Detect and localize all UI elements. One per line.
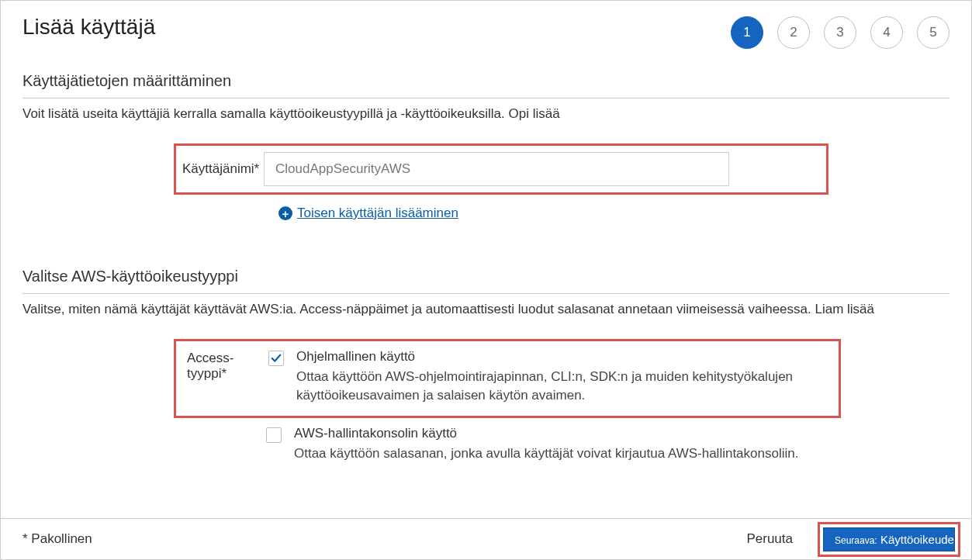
wizard-steps: 1 2 3 4 5 xyxy=(731,15,950,49)
section-user-details-desc: Voit lisätä useita käyttäjiä kerralla sa… xyxy=(22,106,950,122)
option-console-desc: Ottaa käyttöön salasanan, jonka avulla k… xyxy=(294,444,830,463)
add-another-user-link[interactable]: + Toisen käyttäjän lisääminen xyxy=(278,206,950,221)
step-4[interactable]: 4 xyxy=(870,16,903,49)
add-user-wizard: Lisää käyttäjä 1 2 3 4 5 Käyttäjätietoje… xyxy=(0,0,972,560)
checkbox-console[interactable] xyxy=(266,427,282,443)
required-note: * Pakollinen xyxy=(22,531,92,547)
next-button-highlight: Seuraava: Käyttöoikeudet xyxy=(818,522,960,557)
section-access-type-title: Valitse AWS-käyttöoikeustyyppi xyxy=(22,268,950,285)
option-programmatic-title: Ohjelmallinen käyttö xyxy=(296,349,828,365)
section-access-type-desc: Valitse, miten nämä käyttäjät käyttävät … xyxy=(22,302,950,317)
option-programmatic-desc: Ottaa käyttöön AWS-ohjelmointirajapinnan… xyxy=(296,368,828,405)
step-2[interactable]: 2 xyxy=(777,16,810,49)
plus-icon: + xyxy=(278,206,292,220)
username-input[interactable] xyxy=(264,152,729,186)
add-another-user-label: Toisen käyttäjän lisääminen xyxy=(297,206,458,221)
cancel-button[interactable]: Peruuta xyxy=(746,531,793,547)
next-permissions-button[interactable]: Seuraava: Käyttöoikeudet xyxy=(823,527,955,551)
option-console-row: AWS-hallintakonsolin käyttö Ottaa käyttö… xyxy=(174,418,841,474)
option-console-title: AWS-hallintakonsolin käyttö xyxy=(294,426,830,441)
username-label: Käyttäjänimi* xyxy=(182,161,264,177)
step-3[interactable]: 3 xyxy=(824,16,856,49)
section-user-details-title: Käyttäjätietojen määrittäminen xyxy=(22,72,950,90)
access-type-label: Access-tyyppi* xyxy=(187,349,268,405)
step-5[interactable]: 5 xyxy=(917,16,950,49)
section-rule-2 xyxy=(22,293,950,294)
step-1[interactable]: 1 xyxy=(731,16,763,49)
page-title: Lisää käyttäjä xyxy=(22,15,155,40)
section-rule xyxy=(22,98,950,99)
next-label: Käyttöoikeudet xyxy=(880,533,955,546)
username-highlight: Käyttäjänimi* xyxy=(174,143,828,195)
checkbox-programmatic[interactable] xyxy=(268,351,284,366)
wizard-footer: * Pakollinen Peruuta Seuraava: Käyttöoik… xyxy=(1,518,971,559)
check-icon xyxy=(271,353,282,364)
access-type-highlight: Access-tyyppi* Ohjelmallinen käyttö Otta… xyxy=(174,339,841,418)
next-prefix: Seuraava: xyxy=(835,535,877,546)
